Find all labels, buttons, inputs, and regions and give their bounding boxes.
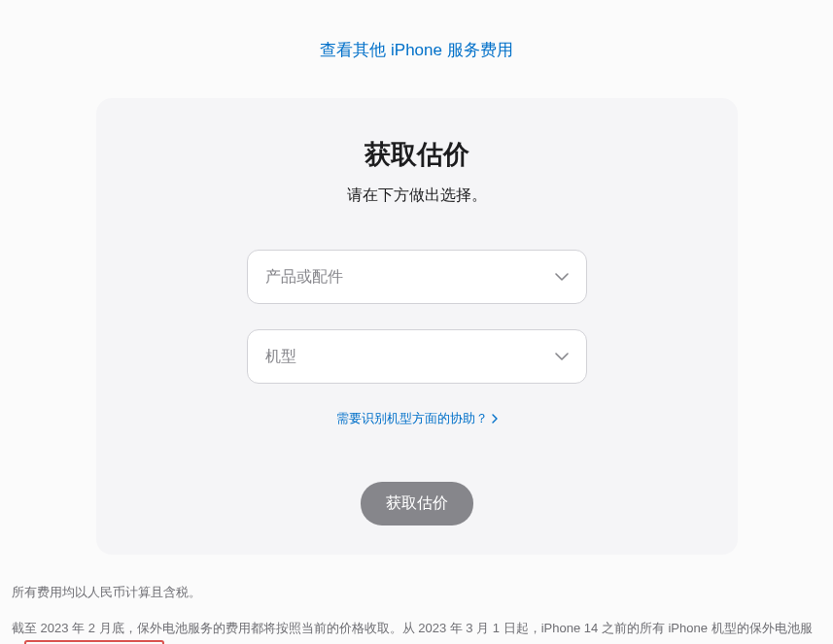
chevron-down-icon bbox=[555, 353, 569, 360]
identify-model-help-link[interactable]: 需要识别机型方面的协助？ bbox=[336, 410, 498, 427]
chevron-right-icon bbox=[492, 412, 498, 426]
card-title: 获取估价 bbox=[116, 137, 718, 172]
model-select-wrap: 机型 bbox=[247, 329, 587, 384]
product-select[interactable]: 产品或配件 bbox=[247, 250, 587, 304]
disclaimer-block: 所有费用均以人民币计算且含税。 截至 2023 年 2 月底，保外电池服务的费用… bbox=[10, 582, 823, 644]
page-root: 查看其他 iPhone 服务费用 获取估价 请在下方做出选择。 产品或配件 机型 bbox=[0, 0, 833, 644]
help-link-row: 需要识别机型方面的协助？ bbox=[116, 409, 718, 482]
disclaimer-highlight: 费用将增加 RMB 169。 bbox=[24, 640, 164, 645]
model-select-placeholder: 机型 bbox=[265, 347, 296, 367]
help-link-label: 需要识别机型方面的协助？ bbox=[336, 410, 488, 427]
get-estimate-button[interactable]: 获取估价 bbox=[361, 482, 473, 525]
disclaimer-line2: 截至 2023 年 2 月底，保外电池服务的费用都将按照当前的价格收取。从 20… bbox=[12, 618, 821, 644]
model-select[interactable]: 机型 bbox=[247, 329, 587, 384]
other-service-fees-link[interactable]: 查看其他 iPhone 服务费用 bbox=[320, 41, 512, 59]
product-select-placeholder: 产品或配件 bbox=[265, 267, 343, 288]
top-link-container: 查看其他 iPhone 服务费用 bbox=[10, 39, 823, 61]
estimate-card: 获取估价 请在下方做出选择。 产品或配件 机型 需要识别机型方面的协助？ bbox=[96, 98, 738, 555]
card-subtitle: 请在下方做出选择。 bbox=[116, 186, 718, 206]
product-select-wrap: 产品或配件 bbox=[247, 250, 587, 304]
chevron-down-icon bbox=[555, 273, 569, 281]
disclaimer-line1: 所有费用均以人民币计算且含税。 bbox=[12, 582, 821, 604]
